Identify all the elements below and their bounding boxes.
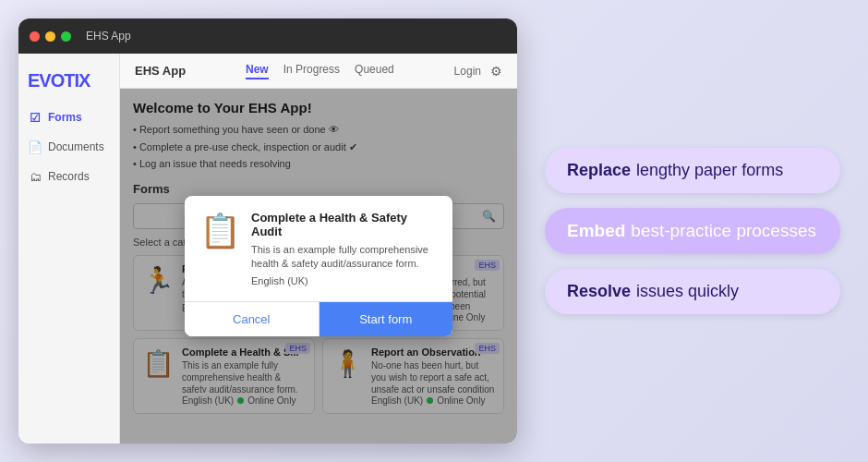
modal-icon-wrap: 📋 [199, 211, 240, 251]
nav-title: EHS App [135, 64, 186, 78]
tab-in-progress[interactable]: In Progress [283, 63, 340, 79]
logo: EVOTIX [18, 63, 119, 103]
modal-actions: Cancel Start form [185, 301, 452, 336]
sidebar: EVOTIX ☑ Forms 📄 Documents 🗂 Records [18, 54, 120, 444]
sidebar-item-records[interactable]: 🗂 Records [18, 162, 119, 191]
modal-title: Complete a Health & Safety Audit [251, 211, 438, 238]
modal-lang: English (UK) [251, 275, 438, 286]
maximize-dot[interactable] [61, 31, 71, 42]
sidebar-label-forms: Forms [48, 111, 82, 124]
records-icon: 🗂 [28, 169, 42, 184]
sidebar-item-forms[interactable]: ☑ Forms [18, 103, 119, 132]
minimize-dot[interactable] [45, 31, 55, 42]
gear-icon[interactable]: ⚙ [490, 64, 502, 79]
modal-body: 📋 Complete a Health & Safety Audit This … [185, 196, 452, 302]
sidebar-label-records: Records [48, 170, 90, 183]
modal-text: Complete a Health & Safety Audit This is… [251, 211, 438, 287]
replace-bold: Replace [567, 161, 631, 180]
window-title: EHS App [86, 30, 131, 43]
tab-queued[interactable]: Queued [355, 63, 394, 79]
replace-text: lengthy paper forms [636, 161, 783, 180]
documents-icon: 📄 [28, 140, 42, 154]
login-link[interactable]: Login [454, 65, 481, 78]
features-panel: Replace lengthy paper forms Embed best-p… [536, 148, 850, 314]
feature-resolve-pill: Resolve issues quickly [545, 269, 840, 314]
feature-embed-pill: Embed best-practice processes [545, 208, 840, 254]
app-window: EHS App EVOTIX ☑ Forms 📄 Documents 🗂 Rec… [18, 18, 517, 444]
main-container: EHS App EVOTIX ☑ Forms 📄 Documents 🗂 Rec… [9, 9, 859, 453]
nav-bar: EHS App New In Progress Queued Login ⚙ [120, 54, 517, 89]
resolve-text: issues quickly [636, 282, 739, 301]
forms-icon: ☑ [28, 110, 42, 125]
cancel-button[interactable]: Cancel [185, 302, 319, 336]
title-bar: EHS App [18, 18, 517, 54]
embed-bold: Embed [567, 221, 625, 241]
app-layout: EVOTIX ☑ Forms 📄 Documents 🗂 Records [18, 54, 517, 444]
modal-overlay[interactable]: 📋 Complete a Health & Safety Audit This … [120, 89, 517, 444]
close-dot[interactable] [30, 31, 40, 42]
embed-text: best-practice processes [631, 221, 816, 241]
nav-actions: Login ⚙ [454, 64, 502, 79]
modal-box: 📋 Complete a Health & Safety Audit This … [185, 196, 452, 337]
resolve-bold: Resolve [567, 282, 631, 301]
nav-tabs: New In Progress Queued [246, 63, 394, 79]
modal-icon: 📋 [199, 212, 241, 250]
sidebar-item-documents[interactable]: 📄 Documents [18, 132, 119, 162]
sidebar-label-documents: Documents [48, 140, 104, 153]
tab-new[interactable]: New [246, 63, 269, 79]
feature-replace-pill: Replace lengthy paper forms [545, 148, 840, 193]
content-area: Welcome to Your EHS App! Report somethin… [120, 89, 517, 444]
main-content: EHS App New In Progress Queued Login ⚙ W… [120, 54, 517, 444]
modal-desc: This is an example fully comprehensive h… [251, 243, 438, 272]
start-form-button[interactable]: Start form [319, 302, 453, 336]
